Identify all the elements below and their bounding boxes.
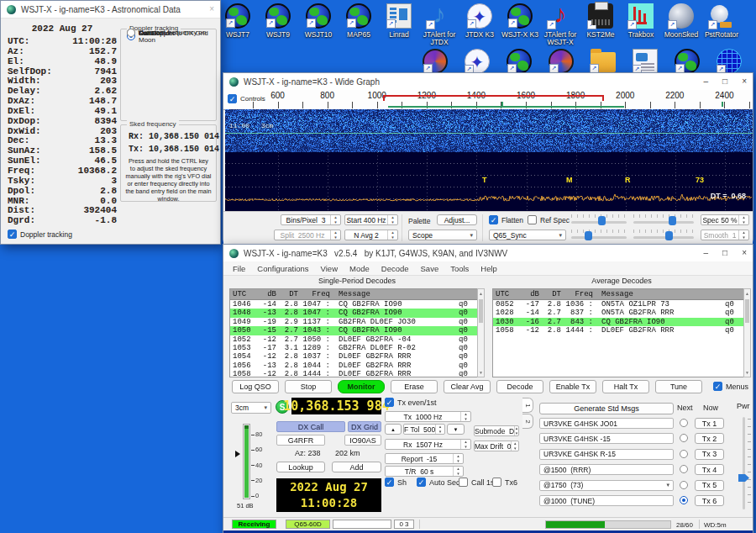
maximize-icon[interactable]: □ [722, 77, 727, 86]
checkbox-icon[interactable]: ✓ [385, 398, 394, 407]
spectrum-plot[interactable]: T M R 73 DT = 0.68 [225, 152, 753, 211]
spin-down-icon[interactable]: ▾ [512, 446, 518, 451]
checkbox-icon[interactable]: ✓ [492, 478, 501, 487]
spin-down-icon[interactable]: ▾ [388, 220, 397, 225]
tx-now-button[interactable]: Tx 6 [695, 495, 724, 506]
bins-per-pixel-spinner[interactable]: Bins/Pixel 3 ▴▾ [281, 214, 341, 225]
spin-down-icon[interactable]: ▾ [515, 431, 518, 436]
tx-message-input[interactable]: @1750 (73) ▾ [539, 480, 674, 491]
desktop-icon[interactable]: ↗ WSJT7 [218, 3, 258, 46]
desktop-icon[interactable]: ↗ WSJT10 [298, 3, 339, 46]
tx-message-input[interactable]: @1000 (TUNE) ▾ [539, 495, 674, 506]
main-button[interactable]: Stop [285, 380, 332, 393]
main-button[interactable]: Log QSO [232, 380, 279, 393]
desktop-icon[interactable]: ↗ [456, 49, 498, 74]
tx-message-input[interactable]: UR3VKE G4HSK JO01 ▾ [539, 418, 674, 429]
sh-checkbox[interactable]: ✓ Sh [385, 478, 407, 487]
spin-down-icon[interactable]: ▾ [454, 472, 463, 477]
adjust-palette-button[interactable]: Adjust... [437, 214, 477, 225]
spectrum-canvas[interactable] [225, 152, 753, 211]
tx-now-button[interactable]: Tx 3 [695, 449, 724, 460]
desktop-icon[interactable]: ↗ JTAlert for WSJT-X [540, 3, 580, 46]
max-drift-spinner[interactable]: Max Drift 0 ▴▾ [474, 441, 519, 451]
tr-period-spinner[interactable]: T/R 60 s ▴▾ [385, 466, 464, 477]
minimize-icon[interactable]: – [704, 77, 709, 86]
decode-row[interactable]: 1052 -12 2.7 1050 : DL0EF GB2FRA -04 q0 [230, 335, 477, 344]
submode-spinner[interactable]: Submode D ▴▾ [474, 425, 519, 436]
right-table-scrollbar[interactable]: ▲ ▼ [743, 288, 751, 377]
band-select-combo[interactable]: 3cm ▾ [231, 402, 271, 414]
desktop-icon[interactable]: ↗ Linrad [379, 3, 419, 46]
dx-call-input[interactable]: G4RFR [276, 435, 325, 446]
maximize-icon[interactable]: □ [722, 249, 727, 257]
spec-percent-spinner[interactable]: Spec 50 % ▴▾ [701, 214, 749, 225]
decode-row[interactable]: 1058 -12 2.8 1444 : DL0EF GB2FRA RRR q0 [230, 370, 477, 377]
auto-seq-checkbox[interactable]: ✓ Auto Seq [417, 478, 460, 487]
next-radio[interactable] [680, 481, 688, 489]
lookup-button[interactable]: Lookup [276, 462, 325, 472]
call-1st-checkbox[interactable]: ✓ Call 1st [459, 478, 496, 487]
desktop-icon[interactable]: ↗ [624, 49, 666, 74]
dx-grid-header[interactable]: DX Grid [348, 421, 381, 432]
spin-down-icon[interactable]: ▾ [739, 235, 748, 240]
dx-grid-input[interactable]: IO90AS [344, 435, 381, 446]
dx-call-header[interactable]: DX Call [276, 421, 345, 432]
start-freq-spinner[interactable]: Start 400 Hz ▴▾ [344, 214, 398, 225]
menu-item[interactable]: Decode [375, 264, 415, 273]
n-avg-spinner[interactable]: N Avg 2 ▴▾ [344, 230, 398, 240]
desktop-icon[interactable]: ↗ [666, 49, 708, 74]
checkbox-icon[interactable]: ✓ [489, 215, 498, 224]
tx-now-button[interactable]: Tx 2 [695, 433, 724, 444]
flatten-checkbox[interactable]: ✓ Flatten [489, 215, 523, 224]
tx-message-input[interactable]: UR3VKE G4HSK R-15 ▾ [539, 449, 674, 460]
menu-item[interactable]: View [315, 264, 344, 273]
scroll-down-icon[interactable]: ▼ [478, 369, 484, 376]
smooth-spinner[interactable]: Smooth 1 ▴▾ [701, 230, 749, 240]
tx-message-input[interactable]: @1500 (RRR) ▾ [539, 464, 674, 475]
radio-icon[interactable] [127, 29, 135, 37]
decode-row[interactable]: 1049 -19 2.9 1137 : GB2FRA DL0EF JO30 q0 [230, 318, 477, 326]
desktop-icon[interactable]: ↗ Trakbox [621, 3, 661, 46]
spin-down-icon[interactable]: ▾ [461, 417, 470, 422]
split-spinner[interactable]: Split 2500 Hz ▴▾ [274, 230, 341, 240]
spin-down-icon[interactable]: ▾ [454, 459, 463, 464]
desktop-icon[interactable]: ↗ JTDX K3 [459, 3, 500, 46]
zero2-slider[interactable] [633, 230, 694, 240]
pwr-slider[interactable] [738, 417, 751, 509]
rx-to-tx-button[interactable]: ▼ [447, 424, 465, 435]
frequency-scale[interactable]: ✓ Controls 60080010001200140016001800200… [223, 90, 753, 110]
decode-row[interactable]: 0852 -17 2.8 1036 : ON5TA OZ1LPR 73 q0 [493, 300, 743, 309]
checkbox-icon[interactable]: ✓ [713, 382, 722, 391]
desktop-icon[interactable]: ↗ MoonSked [661, 3, 701, 46]
close-icon[interactable]: × [742, 77, 747, 86]
f-tol-spinner[interactable]: F Tol 500 ▴▾ [403, 424, 445, 435]
spin-down-icon[interactable]: ▾ [461, 445, 470, 450]
scrollbar-thumb[interactable] [745, 299, 749, 323]
decode-row[interactable]: 1028 -14 2.7 837 : ON5TA GB2FRA RRR q0 [493, 309, 743, 317]
main-button[interactable]: Enable Tx [549, 380, 596, 393]
spin-down-icon[interactable]: ▾ [331, 235, 340, 240]
tx-message-input[interactable]: UR3VKE G4HSK -15 ▾ [539, 433, 674, 444]
menu-item[interactable]: Mode [344, 264, 375, 273]
tx-freq-spinner[interactable]: Tx 1000 Hz ▴▾ [385, 411, 471, 422]
next-radio[interactable] [680, 419, 688, 427]
menus-checkbox[interactable]: ✓ Menus [713, 382, 748, 391]
menu-item[interactable]: Save [415, 264, 445, 273]
main-button[interactable]: Decode [496, 380, 543, 393]
desktop-icon[interactable]: ↗ [540, 49, 582, 74]
scroll-down-icon[interactable]: ▼ [744, 369, 750, 376]
main-button[interactable]: Clear Avg [444, 380, 491, 393]
rx-freq-spinner[interactable]: Rx 1507 Hz ▴▾ [385, 439, 471, 450]
menu-item[interactable]: Help [475, 264, 503, 273]
desktop-icon[interactable]: ↗ [582, 49, 624, 74]
decode-row[interactable]: 1058 -12 2.8 1444 : DL0EF GB2FRA RRR q0 [493, 326, 743, 335]
wide-graph-titlebar[interactable]: WSJT-X - ig-name=K3 - Wide Graph – □ × [223, 73, 753, 91]
tx6-checkbox[interactable]: ✓ Tx6 [492, 478, 517, 487]
decode-row[interactable]: 1050 -15 2.7 1043 : CQ GB2FRA IO90 q0 [230, 326, 477, 335]
slider-handle[interactable] [665, 231, 673, 240]
desktop-icon[interactable]: ↗ KST2Me [580, 3, 621, 46]
scroll-up-icon[interactable]: ▲ [478, 290, 484, 297]
close-icon[interactable]: × [209, 5, 214, 13]
minimize-icon[interactable]: – [704, 249, 709, 257]
desktop-icon[interactable]: ↗ [708, 49, 750, 74]
